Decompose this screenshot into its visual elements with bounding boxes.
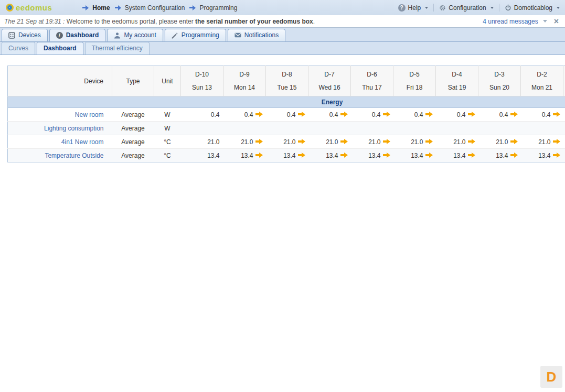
eedomus-logo[interactable]: eedomus — [5, 3, 52, 12]
value-cell — [351, 122, 393, 135]
tab-notifications[interactable]: Notifications — [228, 29, 285, 41]
value-cell — [478, 122, 521, 135]
tab-dashboard-sub[interactable]: Dashboard — [37, 42, 83, 55]
domoticablog-menu[interactable]: Domoticablog — [505, 4, 560, 12]
close-icon[interactable]: × — [552, 17, 561, 26]
value-cell — [436, 122, 478, 135]
top-bar: eedomus Home System Configuration Progra… — [0, 0, 565, 15]
spacer-cell — [563, 135, 565, 149]
device-link[interactable]: Lighting consumption — [44, 125, 103, 132]
value-cell — [223, 122, 266, 135]
value-cell: 21.0 — [521, 135, 563, 149]
value-cell: 0.4 — [223, 108, 266, 122]
breadcrumb-arrow-icon — [115, 5, 122, 10]
trend-arrow-icon — [425, 153, 433, 158]
column-header-day: D-8Tue 15 — [266, 66, 308, 96]
divider — [499, 4, 499, 12]
tab-programming[interactable]: Programming — [165, 29, 226, 41]
value-cell: 13.4 — [308, 149, 351, 162]
trend-arrow-icon — [553, 139, 561, 145]
value-cell: 13.4 — [181, 149, 223, 162]
trend-arrow-icon — [255, 139, 263, 145]
column-header-unit: Unit — [154, 66, 181, 96]
column-header-day: D-2Mon 21 — [521, 66, 563, 96]
table-header-row: Device Type Unit D-10Sun 13D-9Mon 14D-8T… — [8, 66, 565, 96]
divider — [433, 4, 434, 12]
column-header-day: D-9Mon 14 — [223, 66, 266, 96]
value-cell: 21.0 — [223, 135, 266, 149]
tab-curves[interactable]: Curves — [2, 42, 35, 55]
column-header-day: D-4Sat 19 — [436, 66, 478, 96]
breadcrumb-programming[interactable]: Programming — [189, 4, 237, 12]
value-cell: 21.0 — [308, 135, 351, 149]
value-cell: 0.4 — [266, 108, 308, 122]
notification-date: The 21 Sep at 19:31 : — [4, 18, 65, 25]
trend-arrow-icon — [340, 112, 348, 117]
trend-arrow-icon — [425, 139, 433, 145]
expand-messages-icon[interactable] — [543, 20, 547, 23]
device-link[interactable]: Temperature Outside — [45, 152, 103, 159]
gear-icon — [439, 4, 446, 11]
trend-arrow-icon — [340, 139, 348, 145]
table-row: Temperature OutsideAverage°C13.413.413.4… — [8, 149, 565, 162]
type-cell: Average — [112, 135, 154, 149]
dock-letter: D — [547, 369, 557, 385]
power-icon — [505, 4, 511, 11]
tab-dashboard[interactable]: i Dashboard — [49, 29, 106, 41]
trend-arrow-icon — [468, 153, 476, 158]
value-cell: 13.4 — [436, 149, 478, 162]
value-cell: 13.4 — [393, 149, 436, 162]
wand-icon — [172, 32, 178, 39]
value-cell: 21.0 — [351, 135, 393, 149]
domoticablog-dock-button[interactable]: D — [540, 366, 562, 388]
type-cell: Average — [112, 122, 154, 135]
unit-cell: W — [154, 122, 181, 135]
tab-my-account[interactable]: My account — [107, 29, 163, 41]
breadcrumb-system-configuration[interactable]: System Configuration — [115, 4, 185, 12]
column-header-day: D-3Sun 20 — [478, 66, 521, 96]
breadcrumb-home[interactable]: Home — [82, 4, 110, 12]
value-cell: 21.0 — [436, 135, 478, 149]
trend-arrow-icon — [510, 153, 518, 158]
sub-tab-bar: Curves Dashboard Thermal efficiency — [0, 42, 565, 55]
spacer-cell — [563, 149, 565, 162]
trend-arrow-icon — [340, 153, 348, 158]
trend-arrow-icon — [510, 139, 518, 145]
trend-arrow-icon — [553, 153, 561, 158]
table-row: New roomAverageW0.40.40.40.40.40.40.40.4… — [8, 108, 565, 122]
help-menu[interactable]: ? Help — [398, 4, 429, 12]
table-row: 4in1 New roomAverage°C21.021.021.021.021… — [8, 135, 565, 149]
main-tab-bar: Devices i Dashboard My account Programmi… — [0, 28, 565, 42]
breadcrumb: Home System Configuration Programming — [82, 4, 237, 12]
device-link[interactable]: 4in1 New room — [61, 138, 104, 146]
chevron-down-icon — [425, 7, 428, 9]
unread-messages-link[interactable]: 4 unread messages — [483, 18, 538, 25]
value-cell: 0.4 — [308, 108, 351, 122]
device-link[interactable]: New room — [75, 111, 104, 118]
configuration-menu[interactable]: Configuration — [439, 4, 493, 12]
unit-cell: °C — [154, 135, 181, 149]
device-cell: 4in1 New room — [8, 135, 112, 149]
trend-arrow-icon — [553, 112, 561, 117]
tab-thermal-efficiency[interactable]: Thermal efficiency — [85, 42, 150, 55]
value-cell — [308, 122, 351, 135]
envelope-icon — [234, 32, 241, 39]
column-header-day: D-6Thu 17 — [351, 66, 393, 96]
unit-cell: W — [154, 108, 181, 122]
table-title: Energy — [8, 96, 565, 108]
column-header-spacer — [563, 66, 565, 96]
value-cell: 0.4 — [351, 108, 393, 122]
main-content: Energy Device Type Unit D-10Sun 13D-9Mon… — [0, 55, 565, 162]
value-cell — [266, 122, 308, 135]
column-header-day: D-7Wed 16 — [308, 66, 351, 96]
value-cell — [181, 122, 223, 135]
value-cell: 0.4 — [478, 108, 521, 122]
value-cell: 0.4 — [393, 108, 436, 122]
spacer-cell — [563, 122, 565, 135]
tab-devices[interactable]: Devices — [2, 29, 48, 41]
energy-table-viewport: Energy Device Type Unit D-10Sun 13D-9Mon… — [7, 66, 565, 162]
value-cell: 13.4 — [223, 149, 266, 162]
value-cell: 13.4 — [266, 149, 308, 162]
eedomus-logo-icon — [7, 5, 12, 10]
trend-arrow-icon — [425, 112, 433, 117]
